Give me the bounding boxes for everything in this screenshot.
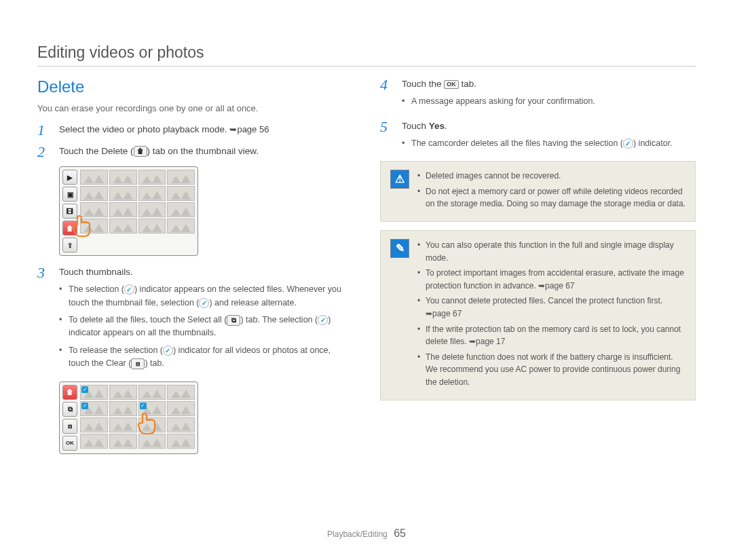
- intro-text: You can erase your recordings one by one…: [37, 103, 353, 113]
- thumb-cell: [138, 170, 166, 185]
- step-body: Select the video or photo playback mode.…: [59, 123, 353, 138]
- t: ) and release alternate.: [209, 298, 297, 307]
- thumb-cell-selected: [80, 401, 108, 416]
- select-all-tab-icon: ⧉: [62, 402, 77, 417]
- bullet: To release the selection () indicator fo…: [59, 344, 353, 371]
- thumb-cell: [80, 434, 108, 449]
- step-2: 2 Touch the Delete (🗑) tab on the thumbn…: [37, 145, 353, 160]
- check-icon: [124, 284, 134, 295]
- thumb-cell: [109, 202, 137, 217]
- step-text: Touch the: [402, 79, 444, 89]
- thumb-cell: [109, 434, 137, 449]
- step-text: Touch: [402, 121, 429, 131]
- callout-item: Do not eject a memory card or power off …: [417, 185, 685, 210]
- step-body: Touch thumbnails. The selection () indic…: [59, 265, 353, 375]
- t: ) indicator.: [633, 138, 673, 148]
- step-3: 3 Touch thumbnails. The selection () ind…: [37, 265, 353, 375]
- warning-icon: ⚠: [390, 170, 409, 189]
- step-title: Touch thumbnails.: [59, 267, 133, 277]
- check-icon: [318, 315, 328, 325]
- delete-tab-icon: 🗑: [62, 385, 77, 400]
- thumbnail-view-2: 🗑 ⧉ ⧈ OK: [59, 381, 198, 454]
- thumb-cell: [167, 401, 195, 416]
- page-ref: ➥page 56: [229, 124, 269, 134]
- thumb-cell: [80, 417, 108, 432]
- bullet: The camcorder deletes all the files havi…: [402, 137, 696, 150]
- thumb-cell: [138, 186, 166, 201]
- callout-list: Deleted images cannot be recovered. Do n…: [417, 170, 685, 213]
- thumb-cell: [109, 417, 137, 432]
- ok-icon: OK: [444, 80, 459, 89]
- warning-callout: ⚠ Deleted images cannot be recovered. Do…: [380, 161, 696, 222]
- callout-item: You can also operate this function in th…: [417, 239, 685, 264]
- t: ) tab.: [145, 358, 164, 368]
- thumb-cell: [109, 401, 137, 416]
- select-all-icon: ⧉: [227, 315, 240, 326]
- t: The camcorder deletes all the files havi…: [411, 138, 623, 148]
- step-bullets: The selection () indicator appears on th…: [59, 283, 353, 370]
- thumb-cell-selected: [80, 385, 108, 400]
- step-body: Touch Yes. The camcorder deletes all the…: [402, 119, 696, 155]
- bullet: A message appears asking for your confir…: [402, 95, 696, 108]
- thumb-cell: [109, 219, 137, 234]
- film-tab-icon: 🎞: [62, 204, 77, 219]
- thumb-cell: [138, 417, 166, 432]
- page-footer: Playback/Editing 65: [0, 527, 733, 540]
- callout-item: You cannot delete protected files. Cance…: [417, 295, 685, 320]
- clear-icon: ⧈: [131, 358, 145, 369]
- step-4: 4 Touch the OK tab. A message appears as…: [380, 77, 696, 113]
- step-body: Touch the Delete (🗑) tab on the thumbnai…: [59, 145, 353, 160]
- step-number: 1: [37, 123, 50, 138]
- step-text: Select the video or photo playback mode.: [59, 124, 229, 134]
- thumb-cell: [167, 170, 195, 185]
- step-body: Touch the OK tab. A message appears aski…: [402, 77, 696, 113]
- thumb-cell: [138, 219, 166, 234]
- callout-item: The delete function does not work if the…: [417, 351, 685, 389]
- step-number: 3: [37, 265, 50, 375]
- right-column: 4 Touch the OK tab. A message appears as…: [380, 77, 696, 464]
- bullet: The selection () indicator appears on th…: [59, 283, 353, 310]
- thumb-cell: [167, 417, 195, 432]
- thumbnail-view-1: ▶ ▣ 🎞 🗑 ⇪: [59, 166, 198, 256]
- step-text: tab.: [459, 79, 476, 89]
- delete-tab-icon: 🗑: [62, 221, 77, 236]
- step-bullets: A message appears asking for your confir…: [402, 95, 696, 108]
- step-text: .: [445, 121, 447, 131]
- t: To release the selection (: [69, 346, 163, 355]
- thumb-cell: [80, 186, 108, 201]
- thumb-grid: [80, 170, 195, 253]
- thumb-cell: [167, 219, 195, 234]
- step-number: 2: [37, 145, 50, 160]
- trash-icon: 🗑: [134, 146, 147, 157]
- left-column: Delete You can erase your recordings one…: [37, 77, 353, 464]
- t: To delete all the files, touch the Selec…: [69, 315, 227, 324]
- thumb-cell: [167, 434, 195, 449]
- step-5: 5 Touch Yes. The camcorder deletes all t…: [380, 119, 696, 155]
- thumb-cell: [109, 186, 137, 201]
- thumb-cell: [167, 186, 195, 201]
- content-columns: Delete You can erase your recordings one…: [37, 77, 696, 464]
- thumb-cell: [138, 385, 166, 400]
- step-number: 5: [380, 119, 392, 155]
- step-1: 1 Select the video or photo playback mod…: [37, 123, 353, 138]
- t: The selection (: [69, 284, 124, 294]
- callout-list: You can also operate this function in th…: [417, 239, 685, 392]
- yes-label: Yes: [429, 121, 445, 131]
- section-title: Delete: [37, 77, 353, 96]
- thumb-cell: [138, 202, 166, 217]
- thumb-grid: [80, 385, 195, 451]
- thumb-cell-selected: [138, 401, 166, 416]
- step-bullets: The camcorder deletes all the files havi…: [402, 137, 696, 150]
- page-header: Editing videos or photos: [37, 43, 696, 67]
- callout-item: To protect important images from acciden…: [417, 267, 685, 292]
- thumb-cell: [109, 170, 137, 185]
- thumb-cell: [80, 202, 108, 217]
- check-icon: [163, 346, 173, 356]
- footer-section: Playback/Editing: [327, 529, 388, 539]
- thumb-cell: [80, 219, 108, 234]
- thumb-cell: [167, 202, 195, 217]
- thumb-cell: [109, 385, 137, 400]
- note-icon: ✎: [390, 239, 409, 258]
- check-icon: [199, 298, 209, 308]
- clear-tab-icon: ⧈: [62, 419, 77, 434]
